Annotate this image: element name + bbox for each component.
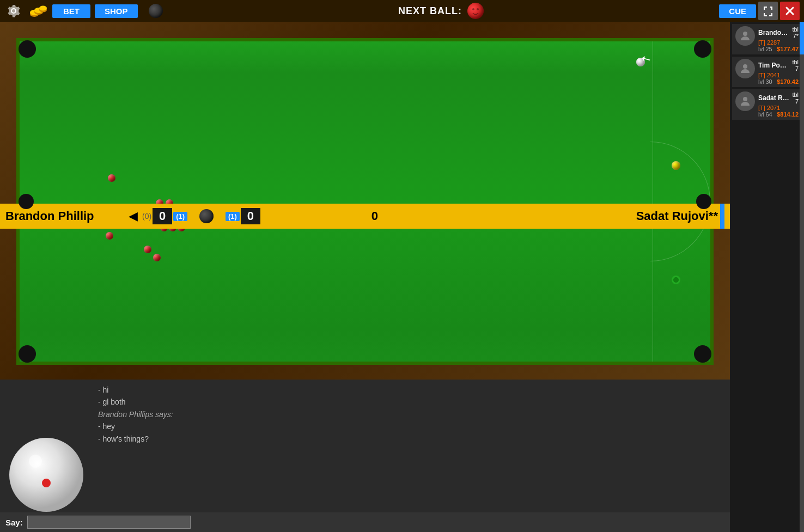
say-label: Say: (5, 518, 23, 527)
right-panel: Brandon Ph.. tbl 7* [T] 2287 lvl 25 $177… (730, 22, 804, 532)
scrollbar-thumb[interactable] (800, 22, 804, 54)
ball-red-14 (144, 246, 151, 253)
chat-message-4: - hey (98, 420, 724, 432)
chat-input[interactable] (27, 516, 191, 529)
player-info-2: Sadat Rujo.. tbl 7 [T] 2071 lvl 64 $814.… (758, 91, 799, 118)
player2-name: Sadat Rujovi** (489, 209, 718, 223)
player-card-0[interactable]: Brandon Ph.. tbl 7* [T] 2287 lvl 25 $177… (732, 24, 802, 54)
chat-area: - hi - gl both Brandon Phillips says: - … (0, 380, 730, 512)
center-ball (199, 209, 214, 223)
avatar-0 (735, 26, 755, 46)
svg-point-10 (42, 479, 51, 487)
table-felt[interactable]: ↖ (16, 38, 714, 365)
player1-frames-bracket: (0) (142, 212, 151, 221)
player1-turn-arrow: ◀ (129, 209, 138, 223)
player-level-2: lvl 64 (758, 111, 772, 118)
chat-message-3: Brandon Phillips says: (98, 408, 724, 420)
ball-green (672, 276, 680, 284)
player-level-0: lvl 25 (758, 46, 772, 52)
scrollbar[interactable] (800, 22, 804, 532)
player-card-2[interactable]: Sadat Rujo.. tbl 7 [T] 2071 lvl 64 $814.… (732, 89, 802, 120)
svg-point-6 (468, 3, 483, 19)
ball-red-isolated (108, 174, 115, 182)
chat-message-2: - gl both (98, 396, 724, 408)
ball-yellow (672, 161, 680, 170)
svg-point-11 (29, 455, 42, 468)
player1-badge: (1) (173, 212, 187, 221)
player-money-0: $177.47 (777, 46, 799, 52)
player1-score: 0 (153, 208, 172, 224)
center-score: 0 (371, 209, 378, 223)
shop-button[interactable]: SHOP (95, 4, 138, 18)
next-ball-indicator (467, 3, 484, 19)
player-rating-2: [T] 2071 (758, 105, 799, 111)
settings-button[interactable] (4, 2, 23, 20)
svg-point-5 (39, 6, 47, 11)
cue-ball-preview (5, 434, 87, 516)
player-name-2: Sadat Rujo.. (758, 94, 789, 102)
svg-point-8 (477, 8, 479, 10)
player2-score-left: 0 (241, 208, 260, 224)
bet-button[interactable]: BET (52, 4, 90, 18)
next-ball-area: NEXT BALL: (167, 3, 715, 19)
table-container[interactable]: ↖ 45 (0, 22, 730, 381)
top-right-buttons: CUE (719, 2, 800, 20)
svg-point-14 (743, 97, 747, 101)
player-name-1: Tim Porter (758, 62, 788, 69)
svg-point-12 (743, 32, 747, 36)
svg-point-9 (9, 438, 83, 512)
player-info-1: Tim Porter tbl 7 [T] 2041 lvl 30 $170.42 (758, 59, 799, 85)
player-money-2: $814.12 (777, 111, 799, 118)
player-info-0: Brandon Ph.. tbl 7* [T] 2287 lvl 25 $177… (758, 26, 799, 52)
next-ball-label: NEXT BALL: (398, 5, 462, 17)
player-name-0: Brandon Ph.. (758, 29, 788, 36)
avatar-1 (735, 59, 755, 78)
chat-input-row: Say: (0, 512, 730, 532)
bottom-area: - hi - gl both Brandon Phillips says: - … (0, 380, 730, 532)
player2-badge-left: (1) (226, 212, 240, 221)
player1-name: Brandon Phillip (5, 209, 125, 223)
chat-message-1: - hi (98, 384, 724, 396)
coins-icon (27, 2, 48, 20)
close-button[interactable] (780, 2, 800, 20)
svg-point-13 (743, 64, 747, 69)
avatar-2 (735, 91, 755, 111)
cue-button[interactable]: CUE (719, 4, 756, 18)
score-bar: Brandon Phillip ◀ (0) 0 (1) (1) 0 0 Sada… (0, 204, 730, 229)
expand-button[interactable] (758, 2, 778, 20)
ball-red-13 (106, 232, 113, 240)
top-bar: BET SHOP NEXT BALL: CUE (0, 0, 804, 22)
ball-red-15 (153, 254, 161, 261)
player-rating-1: [T] 2041 (758, 72, 799, 78)
player-table-2: tbl 7 (789, 91, 799, 105)
player-table-1: tbl 7 (788, 59, 799, 72)
player-card-1[interactable]: Tim Porter tbl 7 [T] 2041 lvl 30 $170.42 (732, 57, 802, 87)
chat-message-5: - how's things? (98, 433, 724, 445)
player-level-1: lvl 30 (758, 78, 772, 85)
blue-bar (720, 204, 724, 229)
player-money-1: $170.42 (777, 78, 799, 85)
player-table-0: tbl 7* (788, 26, 799, 39)
player-rating-0: [T] 2287 (758, 39, 799, 46)
svg-point-7 (472, 8, 474, 10)
